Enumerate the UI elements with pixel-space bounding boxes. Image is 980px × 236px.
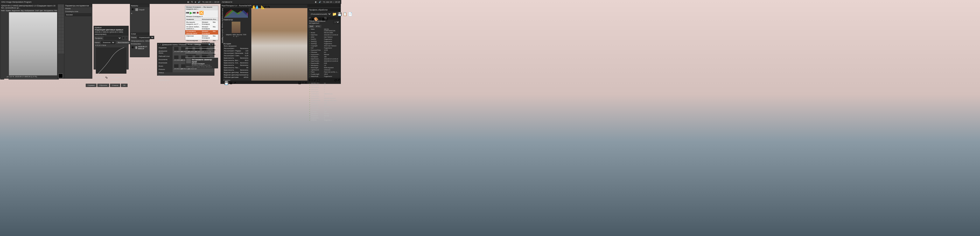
meta-row[interactable]: ✓SceneCapt...Standard: [308, 106, 340, 108]
cancel-button[interactable]: Отмена: [110, 84, 120, 87]
zoom-fit-icon[interactable]: ⊡: [298, 81, 301, 84]
detail-tab-icon[interactable]: ◈: [311, 17, 313, 19]
check-icon[interactable]: ✓: [309, 113, 311, 114]
track-row[interactable]: Подонок гуляетМихаил ЕлизаровМы: [185, 44, 218, 49]
meta-row[interactable]: ✓MeteringM...Multi-segment: [308, 67, 340, 69]
basic-input[interactable]: [65, 13, 91, 16]
meta-row[interactable]: ✓FocalLength105,0: [308, 73, 340, 75]
check-icon[interactable]: ✓: [309, 38, 311, 40]
meta-row[interactable]: ✓LightSourceUnknown: [308, 69, 340, 71]
check-icon[interactable]: ✓: [309, 29, 311, 32]
ink-icon[interactable]: [61, 47, 64, 50]
check-icon[interactable]: ✓: [309, 60, 311, 62]
by-color-select-icon[interactable]: [58, 14, 61, 17]
check-icon[interactable]: ✓: [309, 47, 311, 49]
histogram[interactable]: [223, 8, 249, 18]
col-title[interactable]: Название: [186, 18, 202, 20]
sidebar-pictures[interactable]: Pictures: [157, 68, 173, 71]
load-icon[interactable]: 📁: [332, 12, 337, 16]
meta-row[interactable]: ✓ExposureM...Manual exposure: [308, 97, 340, 100]
history-row[interactable]: Красочность: Вел...65,9: [223, 59, 249, 62]
track-row[interactable]: ПассионарнаяМихаил ЕлизаровМы: [185, 39, 218, 44]
tab-exif[interactable]: Exif: [309, 25, 314, 28]
remove-icon[interactable]: −: [126, 36, 127, 40]
transform-tab-icon[interactable]: ⧈: [319, 17, 321, 19]
activities[interactable]: Активности: [222, 1, 232, 3]
layer-name[interactable]: 2018-09-17-0003.tif: [138, 46, 148, 50]
history-row[interactable]: Фото загружено: [223, 45, 249, 47]
color-picker-icon[interactable]: [58, 21, 61, 24]
move-tool-icon[interactable]: [58, 5, 61, 8]
meta-row[interactable]: ✓MakeNIKON CORPORATION: [308, 28, 340, 32]
check-icon[interactable]: ✓: [309, 34, 311, 36]
tray-icon[interactable]: ◧: [315, 1, 317, 3]
reset-channel[interactable]: Восстановить: [116, 41, 131, 44]
gradient-icon[interactable]: [58, 41, 61, 44]
check-icon[interactable]: ✓: [309, 115, 311, 117]
pencil-icon[interactable]: [61, 41, 64, 44]
meta-row[interactable]: ✓DateTime2018:09:19 13:45:19: [308, 34, 340, 36]
check-icon[interactable]: ✓: [309, 93, 311, 95]
check-icon[interactable]: ✓: [309, 111, 311, 112]
meta-row[interactable]: ✓ExposureBi...0,00: [308, 62, 340, 65]
meta-row[interactable]: ✓MakerNoteПодкаталог: [308, 75, 340, 78]
meta-row[interactable]: ✓SubIF[1]Подкаталог: [308, 40, 340, 43]
meta-row[interactable]: ✓ExifПодкаталог: [308, 47, 340, 49]
save-icon[interactable]: 💾: [224, 81, 229, 84]
check-icon[interactable]: ✓: [309, 32, 311, 34]
meta-row[interactable]: ✓MaxApertu...1,0: [308, 65, 340, 67]
check-icon[interactable]: ✓: [309, 58, 311, 60]
sidebar-documents[interactable]: Documents: [157, 58, 173, 61]
track-row[interactable]: Остановите свингер-пати!Михаил ЕлизаровМ…: [185, 30, 218, 35]
rotate-icon[interactable]: [61, 24, 64, 27]
check-icon[interactable]: ✓: [309, 71, 311, 73]
paths-icon[interactable]: [61, 18, 64, 21]
cage-icon[interactable]: [58, 34, 61, 37]
play-icon[interactable]: ▶: [190, 11, 192, 15]
check-icon[interactable]: ✓: [309, 97, 311, 99]
sidebar-home[interactable]: Домашняя папка: [157, 49, 173, 55]
meta-row[interactable]: ✓DateTimeO...2018:09:19 13:45:19: [308, 58, 340, 60]
eye-icon[interactable]: 👁: [131, 8, 135, 11]
history-row[interactable]: Ведение цветоперВключено: [223, 71, 249, 74]
text-icon[interactable]: [58, 37, 61, 40]
layer-row[interactable]: 👁 2018-09-17-0003.tif: [130, 45, 150, 50]
check-icon[interactable]: ✓: [309, 106, 311, 108]
tab-iptc[interactable]: IPTC: [315, 25, 321, 28]
check-icon[interactable]: ✓: [309, 117, 311, 119]
history-row[interactable]: КрасочностьВключено: [223, 64, 249, 67]
check-icon[interactable]: ✓: [309, 49, 311, 51]
wb-picker-icon[interactable]: 💧: [255, 5, 258, 8]
check-icon[interactable]: ✓: [309, 73, 311, 75]
track-row[interactable]: ПохороннаяМихаил ЕлизаровМы: [185, 53, 218, 58]
reset-button[interactable]: Сбросить: [97, 84, 109, 87]
artist-tab[interactable]: Михаил Елизаров: [186, 16, 201, 17]
history-row[interactable]: Лок.контраст: Свет...0,25: [223, 54, 249, 57]
check-icon[interactable]: ✓: [309, 102, 311, 104]
meta-row[interactable]: ✓GPSInfoПодкаталог: [308, 119, 340, 121]
menu-edit[interactable]: Правка: [6, 10, 11, 11]
flip-icon[interactable]: [61, 31, 64, 34]
file-item[interactable]: _DSC4911.NEF: [173, 64, 179, 71]
check-icon[interactable]: ✓: [309, 69, 311, 71]
help-button[interactable]: Справка: [86, 84, 97, 87]
channel-select[interactable]: Значение: [101, 41, 115, 44]
paintbrush-icon[interactable]: [58, 44, 61, 47]
fwd-icon[interactable]: ›: [160, 43, 161, 46]
sidebar-recent[interactable]: Недавние: [157, 46, 173, 49]
meta-row[interactable]: ✓FileSource3: [308, 89, 340, 91]
network-icon[interactable]: ⇅: [191, 1, 193, 3]
history-row[interactable]: Ведение цветоперCameraICQ: [223, 74, 249, 76]
check-icon[interactable]: ✓: [309, 119, 311, 121]
check-icon[interactable]: ✓: [309, 36, 311, 38]
check-icon[interactable]: ✓: [309, 54, 311, 55]
uncheck-all-icon[interactable]: ☐: [317, 78, 320, 82]
meta-row[interactable]: ✓CFAPattern0BBRRGGB: [308, 93, 340, 95]
check-icon[interactable]: ✓: [309, 89, 311, 90]
wifi-icon[interactable]: ◈: [195, 1, 196, 3]
nav-thumb[interactable]: [232, 22, 240, 33]
check-icon[interactable]: ✓: [309, 52, 311, 53]
heal-icon[interactable]: [61, 51, 64, 54]
paste-icon[interactable]: 📄: [348, 12, 352, 16]
prev-icon[interactable]: ⏮: [186, 11, 189, 15]
